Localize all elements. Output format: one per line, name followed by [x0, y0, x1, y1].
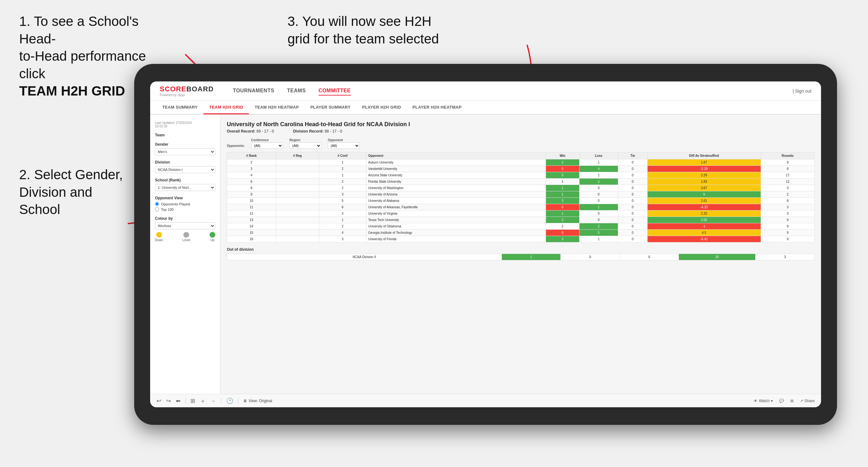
radio-opponents-played[interactable]: Opponents Played: [155, 202, 215, 206]
sidebar: Last Updated: 27/03/2024 16:55:38 Team G…: [150, 115, 220, 394]
comment-button[interactable]: 💬: [779, 399, 784, 403]
colour-down: Down: [155, 232, 163, 242]
out-div-win: 1: [502, 254, 561, 260]
annotation-2-line3: School: [19, 202, 60, 217]
table-row: 123University of Virginia1002.333: [227, 211, 815, 217]
colour-up-circle: [210, 232, 215, 238]
out-of-division-table: NCAA Division II 1 0 0 26 3: [227, 254, 815, 260]
nav-teams[interactable]: TEAMS: [287, 87, 306, 95]
crop-button[interactable]: ⊞: [190, 397, 195, 404]
toolbar-divider-1: [185, 398, 186, 404]
opponents-filter-label: Opponents:: [227, 144, 245, 149]
table-body: 21Auburn University2101.67932Vanderbilt …: [227, 159, 815, 243]
radio-opponents-played-input[interactable]: [155, 202, 159, 206]
table-row: 32Vanderbilt University040-2.298: [227, 166, 815, 172]
toolbar-divider-2: [221, 398, 221, 404]
watch-label: Watch: [759, 399, 770, 403]
col-rounds: Rounds: [761, 152, 814, 159]
overall-record-value: 89 - 17 - 0: [256, 129, 274, 133]
sidebar-colour-label: Colour by: [155, 216, 215, 221]
tab-player-summary[interactable]: PLAYER SUMMARY: [305, 100, 356, 114]
col-loss: Loss: [579, 152, 618, 159]
sidebar-team-section: Team: [155, 133, 215, 137]
sidebar-school-label: School (Rank): [155, 178, 215, 182]
toolbar-right: 👁 Watch ▾ 💬 ⊞ ↗ Share: [754, 399, 815, 403]
share-button[interactable]: ↗ Share: [800, 399, 815, 403]
table-row: 142University of Oklahoma120-19: [227, 223, 815, 230]
tab-team-summary[interactable]: TEAM SUMMARY: [157, 100, 204, 114]
division-select[interactable]: NCAA Division I: [155, 166, 215, 173]
region-filter-label: Region: [289, 138, 321, 142]
main-content: Last Updated: 27/03/2024 16:55:38 Team G…: [150, 115, 821, 394]
grid-area: University of North Carolina Head-to-Hea…: [220, 115, 821, 394]
conference-select[interactable]: (All): [251, 143, 283, 149]
colour-down-circle: [156, 232, 162, 238]
toolbar-view: 🖥 View: Original: [243, 399, 272, 403]
division-record: Division Record: 88 - 17 - 0: [293, 129, 342, 133]
tab-player-h2h-grid[interactable]: PLAYER H2H GRID: [356, 100, 407, 114]
colour-level: Level: [182, 232, 190, 242]
sidebar-team-label: Team: [155, 133, 215, 137]
out-of-division-label: Out of division: [227, 247, 815, 252]
sidebar-division-section: Division NCAA Division I: [155, 160, 215, 173]
minus-button[interactable]: －: [211, 397, 216, 405]
gender-select[interactable]: Men's: [155, 148, 215, 155]
back-button[interactable]: ⬅: [176, 397, 181, 404]
toolbar-divider-3: [238, 398, 238, 404]
table-header-row: # Rank # Reg # Conf Opponent Win Loss Ti…: [227, 152, 815, 159]
sidebar-division-label: Division: [155, 160, 215, 164]
conference-filter: Conference (All): [251, 138, 283, 149]
tab-team-h2h-heatmap[interactable]: TEAM H2H HEATMAP: [249, 100, 305, 114]
col-diff: Diff Av Strokes/Rnd: [647, 152, 761, 159]
watch-dropdown-icon: ▾: [771, 399, 773, 403]
colour-level-label: Level: [182, 238, 190, 242]
redo-button[interactable]: ↪: [166, 397, 171, 404]
colour-select[interactable]: Win/loss: [155, 222, 215, 229]
region-select[interactable]: (All): [289, 143, 321, 149]
logo-main: BOARD: [186, 85, 214, 93]
table-row: 163University of Florida310-6.429: [227, 236, 815, 243]
col-reg: # Reg: [276, 152, 319, 159]
out-div-division: NCAA Division II: [227, 254, 502, 260]
division-record-value: 88 - 17 - 0: [324, 129, 342, 133]
watch-button[interactable]: 👁 Watch ▾: [754, 399, 773, 403]
nav-tournaments[interactable]: TOURNAMENTS: [233, 87, 274, 95]
nav-links: TOURNAMENTS TEAMS COMMITTEE: [233, 87, 793, 95]
annotation-1-line1: 1. To see a School's Head-: [19, 14, 138, 46]
grid-records: Overall Record: 89 - 17 - 0 Division Rec…: [227, 129, 815, 133]
division-record-label: Division Record:: [293, 129, 323, 133]
opponent-select[interactable]: (All): [328, 143, 360, 149]
radio-top-100[interactable]: Top 100: [155, 207, 215, 212]
sidebar-school-section: School (Rank) 1. University of Nort...: [155, 178, 215, 191]
col-tie: Tie: [618, 152, 647, 159]
table-row: 154Georgia Institute of Technology0504.5…: [227, 230, 815, 236]
col-conf: # Conf: [319, 152, 366, 159]
col-rank: # Rank: [227, 152, 276, 159]
tab-team-h2h-grid[interactable]: TEAM H2H GRID: [204, 100, 249, 114]
out-of-division-row: NCAA Division II 1 0 0 26 3: [227, 254, 815, 260]
annotation-1-line2: to-Head performance click: [19, 49, 146, 81]
radio-top-100-input[interactable]: [155, 207, 159, 212]
school-select[interactable]: 1. University of Nort...: [155, 184, 215, 191]
logo-area: SCOREBOARD Powered by clippi: [160, 85, 214, 97]
tab-player-h2h-heatmap[interactable]: PLAYER H2H HEATMAP: [407, 100, 467, 114]
annotation-3-line1: 3. You will now see H2H: [287, 14, 432, 29]
table-row: 105University of Alabama3002.618: [227, 198, 815, 204]
undo-button[interactable]: ↩: [157, 397, 161, 404]
sidebar-gender-label: Gender: [155, 142, 215, 147]
nav-sign-out[interactable]: | Sign out: [793, 89, 811, 94]
sidebar-gender-section: Gender Men's: [155, 142, 215, 155]
clock-button[interactable]: 🕐: [226, 397, 233, 404]
grid-view-button[interactable]: ⊞: [790, 399, 794, 403]
table-row: 131Texas Tech University3005.569: [227, 217, 815, 223]
logo-accent: SCORE: [160, 85, 186, 93]
overall-record: Overall Record: 89 - 17 - 0: [227, 129, 274, 133]
colour-up: Up: [210, 232, 215, 242]
annotation-2-line2: Division and: [19, 185, 92, 200]
opponent-filter: Opponent (All): [328, 138, 360, 149]
plus-button[interactable]: ＋: [200, 397, 206, 405]
timestamp-date: Last Updated: 27/03/2024: [155, 121, 192, 125]
nav-committee[interactable]: COMMITTEE: [318, 87, 351, 95]
out-div-tie: 0: [620, 254, 679, 260]
view-label: View: Original: [249, 399, 272, 403]
